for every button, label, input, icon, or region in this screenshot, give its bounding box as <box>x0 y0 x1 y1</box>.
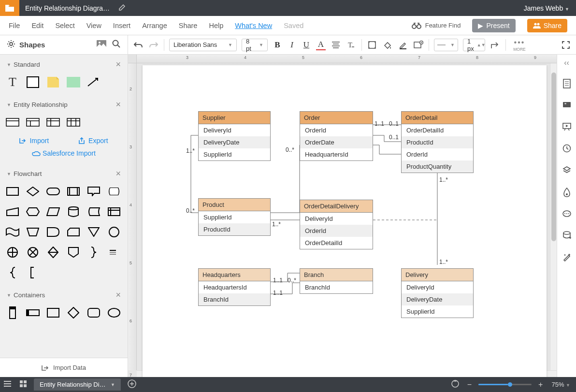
document-title[interactable]: Entity Relationship Diagram Exa… <box>19 4 116 12</box>
fontsize-select[interactable]: 8 pt▼ <box>242 39 268 51</box>
menu-arrange[interactable]: Arrange <box>142 22 167 29</box>
italic-button[interactable]: I <box>287 40 297 50</box>
menu-share[interactable]: Share <box>179 22 198 29</box>
menu-insert[interactable]: Insert <box>113 22 130 29</box>
folder-icon[interactable] <box>0 0 19 16</box>
undo-button[interactable] <box>133 40 144 50</box>
search-icon[interactable] <box>112 40 121 50</box>
svg-rect-9 <box>369 42 375 48</box>
bold-button[interactable]: B <box>273 40 282 50</box>
linewidth-select[interactable]: 1 px▲▼ <box>463 39 485 51</box>
shapes-header: Shapes <box>0 35 128 54</box>
text-color-button[interactable]: A <box>316 40 326 50</box>
menu-select[interactable]: Select <box>55 22 74 29</box>
align-button[interactable] <box>331 40 341 50</box>
shapes-label: Shapes <box>19 41 45 49</box>
fill-button[interactable] <box>382 40 393 50</box>
svg-rect-10 <box>400 48 406 49</box>
svg-point-3 <box>537 23 539 25</box>
save-status: Saved <box>284 22 303 29</box>
menu-edit[interactable]: Edit <box>31 22 43 29</box>
fontsize-value: 8 pt <box>246 38 256 52</box>
svg-point-1 <box>417 25 421 29</box>
menu-view[interactable]: View <box>86 22 101 29</box>
image-icon[interactable] <box>97 40 106 49</box>
line-style-select[interactable]: ▼ <box>434 39 458 51</box>
shape-options-button[interactable] <box>413 40 424 50</box>
underline-button[interactable]: U <box>302 40 311 50</box>
menu-bar: File Edit Select View Insert Arrange Sha… <box>0 16 576 35</box>
edit-title-icon[interactable] <box>116 4 129 12</box>
svg-point-6 <box>99 42 101 44</box>
play-icon: ▶ <box>478 22 483 29</box>
more-button[interactable]: •••MORE <box>511 38 528 52</box>
share-button[interactable]: Share <box>527 19 567 32</box>
menu-whats-new[interactable]: What's New <box>235 22 272 29</box>
border-color-button[interactable] <box>398 40 408 50</box>
main-toolbar: Liberation Sans▼ 8 pt▼ B I U A T ▼ 1 px▲… <box>128 35 576 54</box>
present-label: Present <box>486 22 509 29</box>
redo-button[interactable] <box>148 40 159 50</box>
font-select[interactable]: Liberation Sans▼ <box>169 39 237 51</box>
feature-find-label: Feature Find <box>425 22 461 29</box>
user-menu[interactable]: James Webb ▼ <box>517 4 576 12</box>
feature-find[interactable]: Feature Find <box>412 22 461 29</box>
clear-format-button[interactable]: T <box>346 40 357 50</box>
line-arrow-button[interactable] <box>490 40 501 50</box>
gear-icon[interactable] <box>7 40 15 50</box>
menu-help[interactable]: Help <box>209 22 223 29</box>
share-label: Share <box>544 22 562 29</box>
font-name: Liberation Sans <box>173 41 217 48</box>
shape-frame-button[interactable] <box>367 40 377 50</box>
toolbar-row: Shapes Liberation Sans▼ 8 pt▼ B I U A T … <box>0 35 576 55</box>
linewidth-value: 1 px <box>467 38 474 52</box>
svg-point-0 <box>412 25 416 29</box>
user-name: James Webb <box>524 4 563 12</box>
svg-point-7 <box>113 41 118 46</box>
svg-text:T: T <box>348 41 352 49</box>
menu-file[interactable]: File <box>9 22 20 29</box>
svg-point-4 <box>10 43 13 45</box>
binoculars-icon <box>412 22 421 29</box>
svg-point-2 <box>534 23 536 25</box>
people-icon <box>533 23 541 29</box>
title-bar: Entity Relationship Diagram Exa… James W… <box>0 0 576 16</box>
fullscreen-button[interactable] <box>561 40 571 50</box>
present-button[interactable]: ▶ Present <box>472 19 515 32</box>
